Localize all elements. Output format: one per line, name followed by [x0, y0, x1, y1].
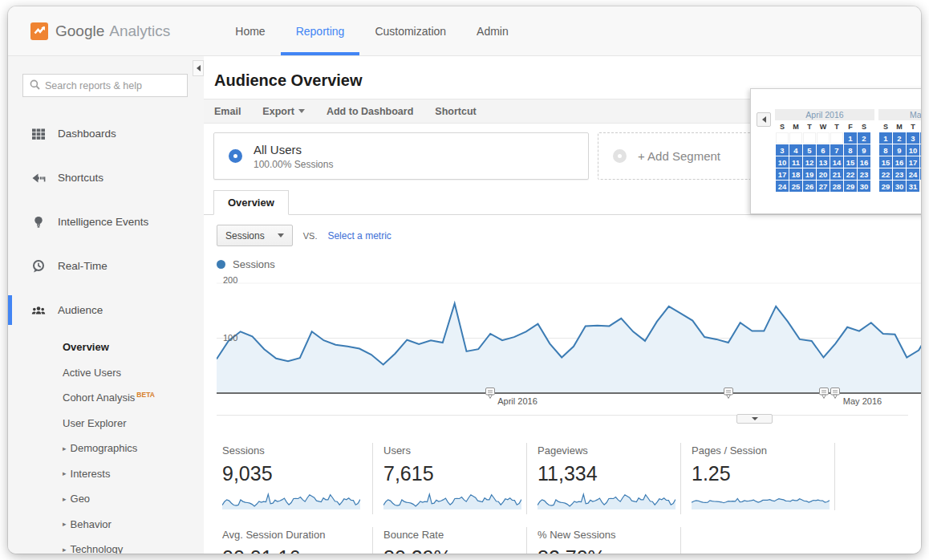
calendar-day-cell[interactable]: 22 — [879, 168, 892, 180]
calendar-day-cell[interactable]: 31 — [907, 181, 919, 192]
calendar-day-cell[interactable]: 30 — [858, 181, 870, 192]
calendar-day-cell[interactable]: 17 — [776, 168, 789, 180]
toolbar-add-to-dashboard-button[interactable]: Add to Dashboard — [327, 106, 413, 117]
sidebar-subitem-active-users[interactable]: Active Users — [63, 360, 204, 386]
calendar-day-cell[interactable]: 25 — [920, 168, 921, 180]
nav-tab-reporting[interactable]: Reporting — [281, 6, 360, 55]
nav-tab-home[interactable]: Home — [220, 6, 280, 55]
realtime-clock-icon — [30, 259, 47, 274]
toolbar-export-button[interactable]: Export — [262, 106, 305, 117]
sidebar-item-dashboards[interactable]: Dashboards — [8, 112, 204, 156]
sidebar-item-audience[interactable]: Audience — [8, 288, 204, 332]
calendar-day-cell[interactable]: 1 — [844, 132, 857, 144]
calendar-day-cell[interactable]: 3 — [776, 144, 789, 156]
calendar-day-cell[interactable]: 10 — [907, 144, 919, 156]
calendar-day-cell[interactable]: 21 — [830, 168, 843, 180]
annotation-marker-icon[interactable] — [485, 387, 496, 403]
sidebar-subitem-behavior[interactable]: ▸Behavior — [63, 512, 204, 538]
calendar-day-cell[interactable]: 12 — [803, 156, 816, 168]
calendar-day-cell[interactable]: 16 — [893, 156, 906, 168]
sidebar-subitem-geo[interactable]: ▸Geo — [63, 486, 204, 512]
calendar-day-cell[interactable]: 15 — [879, 156, 892, 168]
toolbar-shortcut-button[interactable]: Shortcut — [435, 106, 476, 117]
calendar-day-cell[interactable]: 29 — [879, 181, 892, 192]
metric-value: 82.70% — [538, 546, 680, 554]
calendar-day-cell[interactable]: 26 — [803, 181, 816, 192]
calendar-day-cell[interactable]: 23 — [893, 168, 906, 180]
sidebar-subitem-technology[interactable]: ▸Technology — [63, 537, 204, 554]
sidebar-subitem-overview[interactable]: Overview — [63, 335, 204, 360]
calendar-day-cell[interactable]: 7 — [830, 144, 843, 156]
tab-overview[interactable]: Overview — [213, 190, 289, 215]
segment-all-users[interactable]: All Users 100.00% Sessions — [213, 132, 589, 180]
sidebar-subitem-user-explorer[interactable]: User Explorer — [63, 411, 204, 436]
calendar-day-cell[interactable]: 14 — [830, 156, 843, 168]
toolbar-email-button[interactable]: Email — [214, 106, 241, 117]
sidebar-subitem-label: Geo — [71, 493, 91, 505]
annotation-marker-icon[interactable] — [818, 387, 830, 403]
calendar-day-cell[interactable]: 2 — [893, 132, 906, 144]
calendar-day-cell[interactable]: 27 — [817, 181, 830, 192]
calendar-day-cell[interactable]: 23 — [858, 168, 870, 180]
chevron-down-icon — [752, 417, 758, 420]
calendar-day-cell[interactable]: 9 — [858, 144, 870, 156]
metric-dropdown[interactable]: Sessions — [217, 225, 293, 246]
calendar-day-cell[interactable]: 4 — [920, 132, 921, 144]
calendar-day-header: T — [907, 122, 919, 132]
calendar-day-cell[interactable]: 28 — [830, 181, 843, 192]
nav-tab-customization[interactable]: Customization — [359, 6, 461, 55]
calendar-day-header: S — [858, 122, 870, 132]
calendar-day-cell[interactable]: 22 — [844, 168, 857, 180]
annotation-marker-icon[interactable] — [723, 387, 734, 403]
calendar-day-cell[interactable]: 19 — [803, 168, 816, 180]
calendar-day-cell[interactable]: 11 — [920, 144, 921, 156]
calendar-day-cell[interactable]: 16 — [858, 156, 870, 168]
sidebar-subitem-cohort-analysis[interactable]: Cohort AnalysisBETA — [63, 385, 204, 411]
calendar-day-cell[interactable]: 30 — [893, 181, 906, 192]
metric-card-pageviews: Pageviews11,334 — [526, 443, 680, 514]
calendar-day-cell[interactable]: 20 — [817, 168, 830, 180]
sidebar-subitem-label: Cohort Analysis — [63, 392, 135, 404]
calendar-day-cell[interactable]: 29 — [844, 181, 857, 192]
metric-label: Pages / Session — [692, 444, 834, 457]
expand-chart-controls-button[interactable] — [736, 414, 773, 424]
search-input[interactable] — [45, 80, 181, 91]
calendar-day-cell[interactable]: 4 — [789, 144, 802, 156]
calendar-day-cell[interactable]: 11 — [789, 156, 802, 168]
calendar-month-title: April 2016 — [775, 109, 874, 120]
annotation-marker-icon[interactable] — [830, 387, 841, 403]
calendar-day-cell[interactable]: 6 — [817, 144, 830, 156]
calendar-day-cell[interactable]: 9 — [893, 144, 906, 156]
analytics-zigzag-icon — [30, 22, 48, 40]
calendar-day-cell[interactable]: 5 — [803, 144, 816, 156]
calendar-day-header: W — [920, 122, 921, 132]
calendar-day-cell[interactable]: 24 — [907, 168, 919, 180]
sidebar-item-intelligence-events[interactable]: Intelligence Events — [8, 200, 204, 244]
calendar-day-cell[interactable]: 10 — [776, 156, 789, 168]
calendar-day-cell[interactable]: 17 — [907, 156, 919, 168]
sidebar: DashboardsShortcutsIntelligence EventsRe… — [8, 56, 204, 554]
sidebar-collapse-button[interactable] — [193, 60, 204, 76]
calendar-day-cell[interactable]: 18 — [920, 156, 921, 168]
calendar-day-cell[interactable]: 1 — [879, 132, 892, 144]
calendar-day-cell[interactable]: 3 — [907, 132, 919, 144]
calendar-day-cell[interactable]: 13 — [817, 156, 830, 168]
calendar-day-cell[interactable]: 25 — [789, 181, 802, 192]
sessions-series-dot-icon — [217, 260, 225, 269]
metric-value: 1.25 — [692, 462, 834, 485]
dashboards-grid-icon — [30, 127, 47, 141]
sidebar-subitem-demographics[interactable]: ▸Demographics — [63, 436, 204, 461]
calendar-day-cell[interactable]: 15 — [844, 156, 857, 168]
metric-column-divider — [834, 443, 835, 510]
calendar-day-cell[interactable]: 24 — [776, 181, 789, 192]
select-metric-link[interactable]: Select a metric — [327, 230, 391, 241]
sidebar-item-real-time[interactable]: Real-Time — [8, 244, 204, 288]
calendar-day-cell[interactable]: 18 — [789, 168, 802, 180]
calendar-day-cell[interactable]: 8 — [879, 144, 892, 156]
calendar-day-cell[interactable]: 8 — [844, 144, 857, 156]
nav-tab-admin[interactable]: Admin — [461, 6, 524, 55]
sidebar-subitem-interests[interactable]: ▸Interests — [63, 461, 204, 487]
previous-month-button[interactable] — [757, 112, 771, 127]
calendar-day-cell[interactable]: 2 — [858, 132, 870, 144]
sidebar-item-shortcuts[interactable]: Shortcuts — [8, 156, 204, 200]
